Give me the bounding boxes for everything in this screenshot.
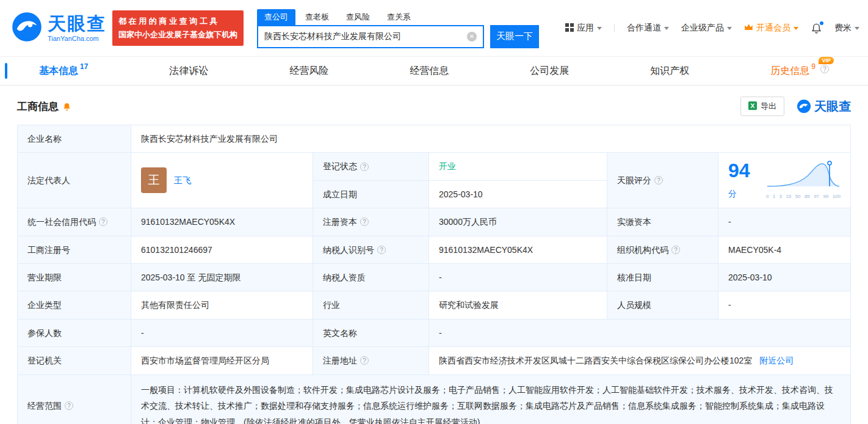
watermark-label: 天眼查	[814, 98, 851, 115]
tab-operation-risk[interactable]: 经营风险	[289, 65, 328, 78]
english-name-label: 英文名称	[313, 319, 429, 346]
monitor-bell-icon[interactable]	[62, 102, 71, 111]
notification-dot	[820, 21, 823, 25]
nav-apps-label: 应用	[577, 23, 594, 34]
side-indicator	[5, 63, 7, 79]
table-row: 营业期限 2025-03-10 至 无固定期限 纳税人资质 - 核准日期 202…	[18, 263, 851, 291]
help-icon[interactable]	[360, 163, 369, 171]
insured-label: 参保人数	[18, 319, 131, 346]
nav-open-vip[interactable]: 开通会员	[744, 23, 798, 34]
table-row: 法定代表人 王 王飞 登记状态 开业 天眼评分 94分	[18, 153, 851, 180]
reg-capital-value: 30000万人民币	[429, 208, 607, 236]
help-icon[interactable]	[820, 65, 829, 73]
establish-date-label: 成立日期	[313, 180, 429, 208]
search-tab-risk[interactable]: 查风险	[339, 9, 377, 25]
business-term-label: 营业期限	[18, 263, 131, 291]
table-row: 参保人数 - 英文名称 -	[18, 319, 851, 346]
search-button[interactable]: 天眼一下	[490, 25, 539, 48]
search-tab-relation[interactable]: 查关系	[380, 9, 418, 25]
score-number: 94	[728, 159, 750, 181]
search-tab-boss[interactable]: 查老板	[298, 9, 336, 25]
help-icon[interactable]	[377, 246, 386, 254]
score-label: 天眼评分	[607, 153, 718, 208]
tab-intellectual-property-label: 知识产权	[650, 65, 689, 78]
nearby-companies-link[interactable]: 附近公司	[759, 356, 794, 365]
logo-subtitle: TianYanCha.com	[48, 35, 106, 42]
reg-authority-label: 登记机关	[18, 347, 131, 375]
notification-bell-icon[interactable]	[811, 23, 822, 34]
org-code-value: MAECY05K-4	[718, 236, 851, 263]
company-type-value: 其他有限责任公司	[131, 291, 313, 319]
industry-value: 研究和试验发展	[429, 291, 607, 319]
paid-capital-value: -	[718, 208, 851, 236]
help-icon[interactable]	[99, 217, 107, 226]
crown-icon	[744, 23, 753, 33]
business-term-value: 2025-03-10 至 无固定期限	[131, 263, 313, 291]
table-row: 工商注册号 610132101246697 纳税人识别号 91610132MAE…	[18, 236, 851, 263]
vip-badge: VIP	[819, 57, 834, 64]
org-code-label: 组织机构代码	[607, 236, 718, 263]
tab-operation-info[interactable]: 经营信息	[410, 65, 449, 78]
nav-apps[interactable]: 应用	[565, 23, 602, 34]
address-label: 注册地址	[313, 347, 429, 375]
chevron-down-icon	[855, 27, 859, 30]
tab-basic-info[interactable]: 基本信息 17	[39, 65, 88, 78]
address-text: 陕西省西安市经济技术开发区凤城十二路西安关中综合保税区综保公司办公楼102室	[439, 356, 752, 365]
help-icon[interactable]	[65, 401, 73, 410]
taxpayer-id-label: 纳税人识别号	[313, 236, 429, 263]
tab-history-info[interactable]: VIP 历史信息 9	[770, 65, 829, 78]
taxpayer-id-value: 91610132MAECY05K4X	[429, 236, 607, 263]
search-tabs: 查公司 查老板 查风险 查关系	[257, 9, 539, 25]
tab-intellectual-property[interactable]: 知识产权	[650, 65, 689, 78]
tianyancha-logo[interactable]: 天眼查 TianYanCha.com	[11, 11, 106, 45]
search-input[interactable]	[264, 32, 467, 42]
tab-basic-info-count: 17	[80, 62, 88, 71]
search-tab-company[interactable]: 查公司	[257, 9, 295, 25]
reg-capital-label: 注册资本	[313, 208, 429, 236]
chevron-down-icon	[727, 27, 732, 30]
chevron-down-icon	[794, 27, 798, 30]
export-label: 导出	[761, 101, 776, 112]
credit-code-label: 统一社会信用代码	[18, 208, 131, 236]
tab-legal-litigation-label: 法律诉讼	[169, 65, 208, 78]
address-value: 陕西省西安市经济技术开发区凤城十二路西安关中综合保税区综保公司办公楼102室 附…	[429, 347, 851, 375]
tab-legal-litigation[interactable]: 法律诉讼	[169, 65, 208, 78]
help-icon[interactable]	[654, 176, 663, 185]
help-icon[interactable]	[360, 217, 369, 226]
logo-title: 天眼查	[48, 13, 106, 34]
tianyancha-logo-icon	[11, 11, 43, 45]
nav-enterprise-products[interactable]: 企业级产品	[681, 23, 732, 34]
nav-user[interactable]: 费米	[834, 23, 859, 34]
establish-date-value: 2025-03-10	[429, 180, 607, 208]
legal-rep-link[interactable]: 王飞	[174, 174, 191, 187]
help-icon[interactable]	[360, 356, 369, 365]
excel-icon	[748, 101, 757, 112]
taxpayer-quality-value: -	[429, 263, 607, 291]
tab-operation-info-label: 经营信息	[410, 65, 449, 78]
tab-company-development[interactable]: 公司发展	[530, 65, 569, 78]
score-value: 94分 013 155085 9799100	[718, 153, 851, 208]
score-unit: 分	[728, 189, 737, 199]
english-name-value: -	[429, 319, 851, 346]
table-row: 经营范围 一般项目：计算机软硬件及外围设备制造；软件开发；集成电路芯片设计及服务…	[18, 375, 851, 424]
reg-status-label: 登记状态	[313, 153, 429, 180]
business-info-header: 工商信息 导出 天眼查	[0, 86, 868, 125]
nav-partner[interactable]: 合作通道	[627, 23, 669, 34]
nav-vip-label: 开通会员	[756, 23, 790, 34]
nav-enterprise-label: 企业级产品	[681, 23, 724, 34]
clear-search-icon[interactable]	[467, 32, 477, 42]
table-row: 统一社会信用代码 91610132MAECY05K4X 注册资本 30000万人…	[18, 208, 851, 236]
tab-history-info-count: 9	[811, 62, 816, 71]
chevron-down-icon	[664, 27, 669, 30]
tab-company-development-label: 公司发展	[530, 65, 569, 78]
tab-operation-risk-label: 经营风险	[289, 65, 328, 78]
export-button[interactable]: 导出	[740, 97, 784, 116]
approval-date-value: 2025-03-10	[718, 263, 851, 291]
insured-value: -	[131, 319, 313, 346]
credit-code-value: 91610132MAECY05K4X	[131, 208, 313, 236]
grid-icon	[565, 23, 574, 34]
help-icon[interactable]	[671, 246, 680, 254]
section-title: 工商信息	[17, 100, 59, 114]
legal-rep-value: 王 王飞	[131, 153, 313, 208]
tab-history-info-label: 历史信息	[770, 65, 809, 78]
